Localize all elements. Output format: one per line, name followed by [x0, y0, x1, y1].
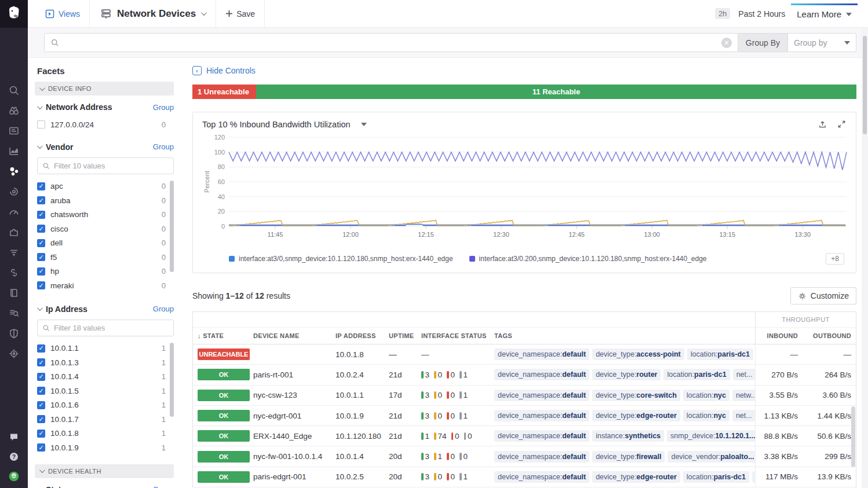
checkbox[interactable]: ✓	[37, 239, 45, 247]
column-header-inbound[interactable]: INBOUND	[755, 328, 803, 344]
device-name[interactable]: paris-edgrt-001	[253, 472, 335, 481]
line-chart[interactable]: 020406080100120Percent11:4512:0012:1512:…	[202, 131, 847, 249]
apm-icon[interactable]	[8, 186, 20, 197]
facet-item[interactable]: ✓hp0	[37, 265, 174, 279]
tag-pill[interactable]: location:paris-dc1	[687, 348, 753, 360]
reachable-segment[interactable]: 11 Reachable	[256, 85, 856, 99]
user-avatar[interactable]	[8, 471, 20, 482]
column-header-state[interactable]: ↓ STATE	[193, 332, 253, 339]
table-row[interactable]: OKnyc-edgrt-00110.0.1.921d3001device_nam…	[193, 406, 856, 426]
tag-pill[interactable]: net...	[732, 410, 755, 421]
tag-pill[interactable]: location:nyc	[683, 390, 730, 401]
tag-pill[interactable]: device_namespace:default	[494, 369, 589, 380]
facet-item[interactable]: ✓apc0	[37, 179, 174, 194]
group-link[interactable]: Group	[153, 142, 174, 151]
checkbox[interactable]: ✓	[37, 373, 45, 381]
group-link[interactable]: Group	[153, 103, 174, 112]
checkbox[interactable]: ✓	[37, 196, 45, 204]
tag-pill[interactable]: device_namespace:default	[494, 471, 589, 483]
table-row[interactable]: OKparis-edgrt-00110.0.2.520d3001device_n…	[193, 467, 856, 487]
tag-pill[interactable]: device_type:access-point	[592, 348, 684, 360]
checkbox[interactable]: ✓	[37, 415, 45, 423]
facet-item[interactable]: ✓cisco0	[37, 222, 174, 236]
export-icon[interactable]	[818, 119, 827, 129]
checkbox[interactable]: ✓	[37, 182, 45, 190]
legend-more-badge[interactable]: +8	[826, 253, 844, 265]
legend-item[interactable]: interface:at3/0.200,snmp_device:10.1.120…	[469, 255, 707, 263]
integrations-icon[interactable]	[8, 226, 20, 238]
checkbox[interactable]: ✓	[37, 358, 45, 366]
facet-head-ip-address[interactable]: Ip Address Group	[37, 304, 174, 314]
help-icon[interactable]: ?	[8, 451, 20, 463]
facet-item[interactable]: ✓10.0.1.91	[37, 441, 174, 455]
tag-pill[interactable]: snmp_device:10.1.120.1...	[667, 430, 755, 442]
network-devices-icon[interactable]	[8, 166, 20, 177]
group-by-select[interactable]: Group by	[788, 33, 856, 52]
checkbox[interactable]: ✓	[37, 430, 45, 438]
checkbox[interactable]	[37, 120, 45, 129]
facet-item[interactable]: ✓10.0.1.31	[37, 355, 174, 370]
tag-pill[interactable]: device_type:core-switch	[592, 390, 680, 401]
save-button[interactable]: Save	[216, 0, 265, 28]
search-input[interactable]	[59, 38, 717, 47]
checkbox[interactable]: ✓	[37, 387, 45, 395]
facet-item[interactable]: ✓10.0.1.11	[37, 342, 174, 356]
column-header-ip-address[interactable]: IP ADDRESS	[335, 332, 389, 339]
tag-pill[interactable]: location:paris-dc1	[683, 471, 749, 483]
notebooks-icon[interactable]	[8, 287, 20, 299]
vendor-scrollbar[interactable]	[170, 181, 174, 272]
column-header-device-name[interactable]: DEVICE NAME	[253, 332, 335, 339]
vendor-filter-box[interactable]	[37, 157, 174, 174]
facet-item[interactable]: ✓chatsworth0	[37, 208, 174, 222]
facet-head-state[interactable]: State Group	[37, 485, 174, 488]
events-icon[interactable]	[8, 125, 20, 137]
tag-pill[interactable]: net...	[733, 369, 755, 380]
view-title-dropdown[interactable]: Network Devices	[90, 0, 216, 28]
metrics-icon[interactable]	[8, 145, 20, 157]
column-header-uptime[interactable]: UPTIME	[389, 332, 421, 339]
table-scrollbar[interactable]	[851, 406, 855, 467]
checkbox[interactable]: ✓	[37, 267, 45, 276]
tag-pill[interactable]: location:nyc	[683, 410, 730, 421]
search-box[interactable]: ✕	[44, 33, 738, 52]
tag-pill[interactable]: device_type:edge-router	[592, 471, 680, 483]
group-link[interactable]: Group	[153, 304, 174, 313]
facet-head-network-address[interactable]: Network Address Group	[37, 102, 174, 112]
tag-pill[interactable]: device_namespace:default	[494, 410, 589, 421]
tag-pill[interactable]: instance:synthetics	[592, 430, 664, 442]
expand-icon[interactable]	[837, 119, 847, 129]
column-header-tags[interactable]: TAGS	[494, 332, 755, 339]
table-row[interactable]: OKnyc-fw-001-10.0.1.410.0.1.420d3100devi…	[193, 446, 856, 467]
views-button[interactable]: Views	[36, 0, 90, 28]
facet-item[interactable]: ✓10.0.1.61	[37, 398, 174, 413]
device-info-section-header[interactable]: DEVICE INFO	[35, 82, 174, 96]
watchdog-icon[interactable]	[8, 105, 20, 116]
ip-filter-input[interactable]	[54, 324, 169, 332]
facet-item[interactable]: ✓10.0.1.41	[37, 370, 174, 384]
legend-item[interactable]: interface:at3/0,snmp_device:10.1.120.180…	[229, 255, 453, 263]
facet-item[interactable]: ✓10.0.1.71	[37, 412, 174, 427]
time-range-label[interactable]: Past 2 Hours	[738, 9, 785, 19]
tag-pill[interactable]: device_namespace:default	[494, 348, 589, 360]
security-icon[interactable]	[8, 328, 20, 339]
facet-item[interactable]: ✓dell0	[37, 236, 174, 251]
tag-pill[interactable]: location:paris-dc1	[663, 369, 730, 380]
table-row[interactable]: OKnyc-csw-12310.0.1.117d3001device_names…	[193, 386, 856, 406]
facet-head-vendor[interactable]: Vendor Group	[37, 142, 174, 152]
checkbox[interactable]: ✓	[37, 344, 45, 353]
facet-item[interactable]: ✓f50	[37, 250, 174, 265]
tag-pill[interactable]: device_namespace:default	[494, 390, 589, 401]
facet-item[interactable]: 127.0.0.0/240	[37, 118, 174, 132]
group-by-button[interactable]: Group By	[738, 33, 788, 52]
chat-icon[interactable]	[8, 431, 20, 443]
ip-scrollbar[interactable]	[170, 343, 174, 417]
checkbox[interactable]: ✓	[37, 443, 45, 452]
facet-item[interactable]: ✓10.0.1.51	[37, 384, 174, 398]
device-name[interactable]: nyc-edgrt-001	[253, 412, 335, 420]
device-health-section-header[interactable]: DEVICE HEALTH	[35, 464, 174, 478]
dashboards-icon[interactable]	[8, 206, 20, 218]
checkbox[interactable]: ✓	[37, 211, 45, 219]
table-row[interactable]: OKERX-1440_Edge10.1.120.18021d17400devic…	[193, 426, 856, 446]
clear-search-icon[interactable]: ✕	[721, 38, 732, 48]
unreachable-segment[interactable]: 1 Unreachable	[192, 85, 256, 99]
